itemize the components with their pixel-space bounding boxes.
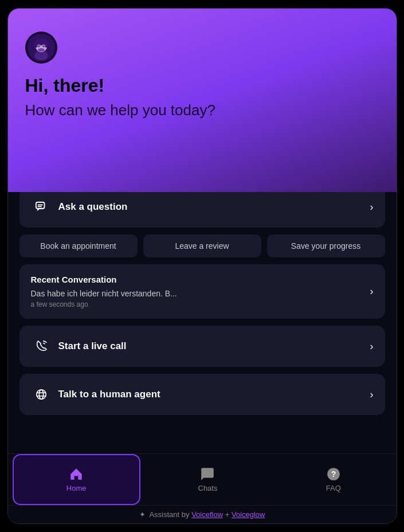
recent-conversation-title: Recent Conversation — [31, 275, 370, 284]
sparkle-icon: ✦ — [139, 510, 146, 519]
chevron-right-icon: › — [370, 389, 374, 401]
voiceglow-link[interactable]: Voiceglow — [232, 510, 265, 519]
nav-home-label: Home — [66, 484, 87, 492]
footer-prefix: Assistant by — [149, 510, 191, 519]
svg-point-15 — [36, 390, 46, 400]
bottom-nav: Home Chats ? FAQ — [8, 453, 397, 505]
book-appointment-button[interactable]: Book an appointment — [19, 234, 138, 257]
leave-review-button[interactable]: Leave a review — [143, 234, 261, 257]
nav-faq[interactable]: ? FAQ — [270, 454, 396, 505]
svg-point-1 — [34, 51, 48, 60]
avatar — [25, 32, 57, 64]
hero-subtitle: How can we help you today? — [25, 101, 379, 120]
save-progress-button[interactable]: Save your progress — [267, 234, 385, 257]
chevron-right-icon: › — [370, 285, 374, 298]
svg-text:?: ? — [331, 470, 336, 479]
nav-chats-label: Chats — [198, 484, 218, 492]
human-agent-button[interactable]: Talk to a human agent › — [19, 374, 385, 415]
ask-question-button[interactable]: Ask a question › — [19, 186, 385, 228]
svg-point-16 — [39, 390, 43, 400]
phone-icon — [31, 336, 52, 357]
hero-section: Hi, there! How can we help you today? — [8, 9, 397, 192]
footer-plus: + — [225, 510, 232, 519]
live-call-label: Start a live call — [58, 341, 127, 352]
hero-title: Hi, there! — [25, 75, 379, 96]
svg-point-8 — [38, 48, 45, 52]
chat-widget: Hi, there! How can we help you today? As… — [7, 8, 397, 524]
small-actions-row: Book an appointment Leave a review Save … — [19, 234, 385, 257]
live-call-button[interactable]: Start a live call › — [19, 326, 385, 367]
nav-faq-label: FAQ — [326, 484, 341, 492]
nav-chats[interactable]: Chats — [145, 454, 270, 505]
footer: ✦ Assistant by Voiceflow + Voiceglow — [8, 505, 397, 523]
main-content: Ask a question › Book an appointment Lea… — [8, 175, 397, 453]
recent-conversation-time: a few seconds ago — [31, 300, 370, 308]
ask-question-label: Ask a question — [58, 201, 128, 213]
voiceflow-link[interactable]: Voiceflow — [191, 510, 223, 519]
recent-conversation-card[interactable]: Recent Conversation Das habe ich leider … — [19, 264, 385, 319]
question-mark-icon: ? — [326, 467, 341, 482]
home-icon — [69, 467, 84, 482]
speech-bubble-icon — [31, 197, 52, 217]
recent-conversation-message: Das habe ich leider nicht verstanden. B.… — [31, 289, 370, 298]
nav-home[interactable]: Home — [13, 454, 140, 505]
chevron-right-icon: › — [370, 341, 374, 353]
chat-icon — [200, 467, 215, 482]
human-agent-label: Talk to a human agent — [58, 389, 160, 400]
globe-icon — [31, 384, 52, 405]
chevron-right-icon: › — [370, 201, 374, 213]
